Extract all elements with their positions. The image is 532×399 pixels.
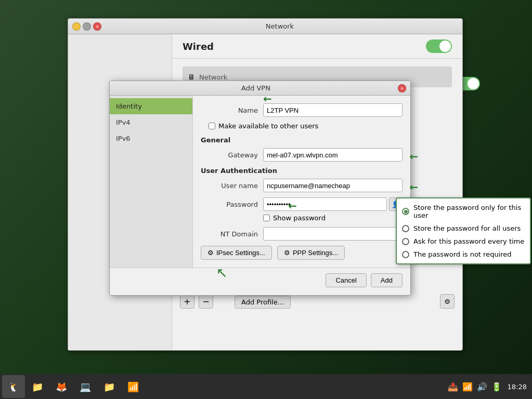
ppp-settings-icon: ⚙ <box>284 249 290 257</box>
ppp-settings-button[interactable]: ⚙ PPP Settings... <box>277 246 345 260</box>
ppp-settings-label: PPP Settings... <box>293 249 338 257</box>
minimize-button[interactable] <box>72 22 81 31</box>
taskbar: 🐧 📁 🦊 💻 📁 📶 📤 📶 🔊 🔋 18:28 <box>0 374 532 399</box>
name-row: Name ← <box>201 103 403 117</box>
show-password-checkbox[interactable] <box>263 215 270 221</box>
window-controls: × <box>72 22 101 31</box>
wired-toggle[interactable] <box>426 39 452 53</box>
ipsec-settings-icon: ⚙ <box>207 249 214 257</box>
cancel-button[interactable]: Cancel <box>326 273 366 287</box>
upload-icon: 📤 <box>448 382 458 392</box>
window-title: Network <box>101 22 458 30</box>
files-button[interactable]: 📁 <box>26 375 49 398</box>
pwd-option-not-required[interactable]: The password is not required <box>397 248 530 261</box>
taskbar-right: 📤 📶 🔊 🔋 18:28 <box>443 382 532 392</box>
password-input-wrap: 👤 <box>263 197 403 211</box>
clock: 18:28 <box>506 383 527 391</box>
radio-this-user <box>402 208 409 215</box>
remove-button[interactable]: − <box>199 294 213 309</box>
toggle-knob <box>439 41 451 52</box>
username-label: User name <box>201 182 263 190</box>
start-button[interactable]: 🐧 <box>2 375 25 398</box>
wifi-button[interactable]: 📶 <box>122 375 145 398</box>
radio-all-users <box>402 225 409 232</box>
firefox-button[interactable]: 🦊 <box>50 375 73 398</box>
dialog-buttons: Cancel Add <box>110 268 410 295</box>
username-row: User name ← <box>201 179 403 192</box>
name-label: Name <box>201 107 263 114</box>
dialog-titlebar: Add VPN × <box>110 81 410 96</box>
pwd-option-ask[interactable]: Ask for this password every time <box>397 235 530 248</box>
password-input[interactable] <box>263 197 387 211</box>
gateway-input[interactable] <box>263 148 403 162</box>
dialog-title: Add VPN <box>114 84 398 92</box>
name-input[interactable] <box>263 103 403 117</box>
general-section-label: General <box>201 136 403 144</box>
dialog-close-button[interactable]: × <box>398 84 406 92</box>
nt-domain-row: NT Domain <box>201 227 403 241</box>
username-arrow: ← <box>409 181 418 193</box>
username-input[interactable] <box>263 179 403 192</box>
taskbar-left: 🐧 📁 🦊 💻 📁 📶 <box>0 375 147 398</box>
gear-button[interactable]: ⚙ <box>440 294 455 309</box>
gateway-arrow: ← <box>409 150 418 163</box>
wired-main-title: Wired <box>183 41 421 52</box>
network-icon: 📶 <box>462 382 473 392</box>
add-button-dialog[interactable]: Add <box>371 273 403 287</box>
battery-icon: 🔋 <box>491 382 502 392</box>
gateway-row: Gateway ← <box>201 148 403 162</box>
add-profile-label: Add Profile... <box>241 298 284 306</box>
ipsec-settings-button[interactable]: ⚙ IPsec Settings... <box>201 246 272 260</box>
gateway-label: Gateway <box>201 151 263 159</box>
make-available-label: Make available to other users <box>218 122 318 130</box>
volume-icon: 🔊 <box>477 382 487 392</box>
folder-button[interactable]: 📁 <box>98 375 121 398</box>
radio-not-required <box>402 251 409 258</box>
add-vpn-dialog: Add VPN × Identity IPv4 IPv6 Name ← <box>109 81 411 296</box>
settings-btn-row: ⚙ IPsec Settings... ⚙ PPP Settings... ↑ <box>201 246 403 260</box>
user-auth-label: User Authentication <box>201 167 403 175</box>
profile-icon: 🖥 <box>188 73 195 81</box>
restore-button[interactable] <box>83 22 91 31</box>
radio-ask <box>402 238 409 245</box>
dialog-body: Identity IPv4 IPv6 Name ← Make available… <box>110 96 410 268</box>
name-arrow: ← <box>263 92 272 105</box>
pwd-option-all-users[interactable]: Store the password for all users <box>397 222 530 235</box>
nt-domain-input[interactable] <box>263 227 403 241</box>
pwd-option-this-user[interactable]: Store the password only for this user <box>397 201 530 222</box>
pwd-option-this-user-label: Store the password only for this user <box>413 204 525 219</box>
close-button[interactable]: × <box>93 22 101 31</box>
window-titlebar: × Network <box>68 19 462 34</box>
pwd-option-all-users-label: Store the password for all users <box>413 224 521 232</box>
password-row: Password 👤 ← Store the password only for… <box>201 197 403 211</box>
sidebar-item-ipv6[interactable]: IPv6 <box>110 130 192 147</box>
password-dropdown: Store the password only for this user St… <box>396 197 531 264</box>
make-available-checkbox[interactable] <box>209 123 215 129</box>
make-available-row: Make available to other users <box>209 122 403 130</box>
sidebar-item-identity[interactable]: Identity <box>110 98 192 114</box>
wired-header: Wired <box>172 34 462 59</box>
sidebar-item-ipv4[interactable]: IPv4 <box>110 114 192 130</box>
password-arrow: ← <box>288 200 297 212</box>
ipsec-settings-label: IPsec Settings... <box>216 249 265 257</box>
add-profile-button[interactable]: Add Profile... <box>235 296 291 309</box>
show-password-label: Show password <box>273 214 326 222</box>
dialog-sidebar: Identity IPv4 IPv6 <box>110 96 193 268</box>
terminal-button[interactable]: 💻 <box>74 375 97 398</box>
password-label: Password <box>201 201 263 208</box>
add-button[interactable]: + <box>180 294 194 309</box>
pwd-option-ask-label: Ask for this password every time <box>413 237 524 245</box>
profile-name: Network <box>199 73 227 81</box>
pwd-option-not-required-label: The password is not required <box>413 250 512 258</box>
dialog-form: Name ← Make available to other users Gen… <box>193 96 410 268</box>
nt-domain-label: NT Domain <box>201 230 263 238</box>
show-password-row: Show password <box>263 214 403 222</box>
